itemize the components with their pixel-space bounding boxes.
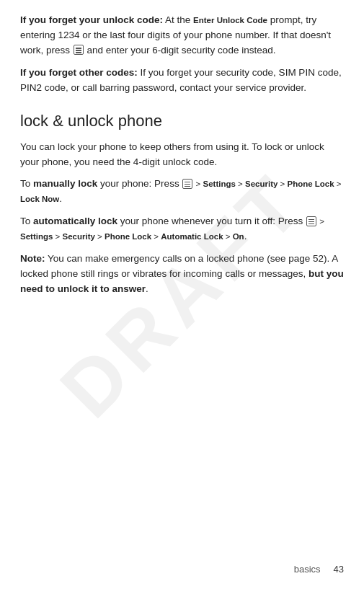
auto-lock-end: . xyxy=(244,231,247,242)
page-content: If you forget your unlock code: At the E… xyxy=(0,0,364,347)
manual-lock-end: . xyxy=(59,193,62,204)
note-text: You can make emergency calls on a locked… xyxy=(20,253,338,279)
manual-lock-mid: your phone: Press xyxy=(97,178,182,189)
menu-icon-2 xyxy=(182,179,192,189)
note-end: . xyxy=(146,283,148,294)
manual-lock-prefix: To xyxy=(20,178,33,189)
auto-lock-mid: your phone whenever you turn it off: Pre… xyxy=(117,216,306,226)
auto-lock-prefix: To xyxy=(20,216,33,226)
section-heading: lock & unlock phone xyxy=(20,109,344,133)
footer-word: basics xyxy=(294,562,321,577)
manual-lock-paragraph: To manually lock your phone: Press > Set… xyxy=(20,177,344,207)
forget-other-codes-paragraph: If you forget other codes: If you forget… xyxy=(20,66,344,96)
forget-unlock-label: If you forget your unlock code: xyxy=(20,14,163,25)
auto-lock-bold: automatically lock xyxy=(33,216,117,226)
forget-other-label: If you forget other codes: xyxy=(20,67,138,78)
note-paragraph: Note: You can make emergency calls on a … xyxy=(20,252,344,297)
note-label: Note: xyxy=(20,253,45,264)
footer-page-number: 43 xyxy=(334,562,344,577)
forget-unlock-code-paragraph: If you forget your unlock code: At the E… xyxy=(20,13,344,58)
section-intro: You can lock your phone to keep others f… xyxy=(20,140,344,170)
manual-lock-bold: manually lock xyxy=(33,178,97,189)
menu-icon-1 xyxy=(74,45,84,55)
auto-lock-paragraph: To automatically lock your phone wheneve… xyxy=(20,214,344,244)
page-footer: basics 43 xyxy=(294,562,344,577)
menu-icon-3 xyxy=(306,216,316,226)
